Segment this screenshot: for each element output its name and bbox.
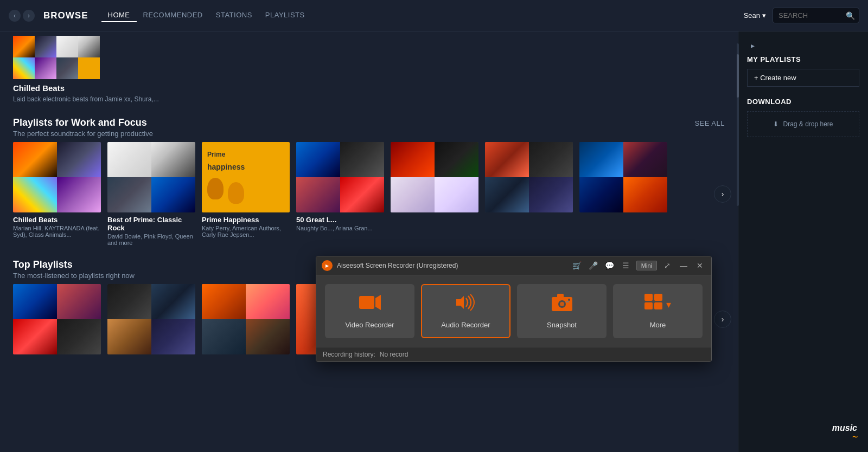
recorder-more-button[interactable]: ▾ More: [613, 284, 703, 338]
svg-rect-12: [654, 302, 662, 309]
svg-rect-9: [644, 294, 653, 301]
recorder-mini-button[interactable]: Mini: [636, 261, 657, 270]
recorder-video-button[interactable]: Video Recorder: [325, 284, 414, 338]
cover-cell-6: [78, 36, 100, 57]
work-playlist-card-1[interactable]: Chilled Beats Marian Hill, KAYTRANADA (f…: [13, 142, 101, 238]
work-cover-6: [485, 142, 573, 212]
cover-cell-1: [13, 36, 35, 57]
cover-cell-4: [35, 57, 56, 79]
cover-cell-2: [35, 36, 56, 57]
recorder-audio-button[interactable]: Audio Recorder: [421, 284, 510, 338]
more-label: More: [650, 321, 666, 329]
scrollbar-thumb[interactable]: [737, 54, 739, 98]
download-title: Download: [747, 98, 859, 106]
work-playlist-card-2[interactable]: Best of Prime: Classic Rock David Bowie,…: [107, 142, 195, 246]
nav-link-stations[interactable]: STATIONS: [209, 9, 259, 22]
svg-marker-1: [375, 295, 381, 310]
amazon-smile-icon: 〜: [832, 434, 857, 441]
work-row-next-button[interactable]: ›: [714, 185, 731, 203]
featured-album-cover: [13, 36, 56, 79]
user-menu-button[interactable]: Sean ▾: [744, 11, 766, 20]
work-card-artists-4: Naughty Bo..., Ariana Gran...: [296, 225, 384, 231]
download-icon: ⬇: [773, 120, 778, 128]
audio-recorder-icon: [454, 294, 478, 315]
recorder-menu-icon[interactable]: ☰: [620, 260, 632, 272]
video-recorder-icon: [359, 294, 381, 315]
recorder-chat-icon[interactable]: 💬: [604, 260, 616, 272]
recorder-snapshot-button[interactable]: Snapshot: [517, 284, 607, 338]
svg-rect-0: [359, 296, 374, 309]
top-navigation: ‹ › BROWSE HOME RECOMMENDED STATIONS PLA…: [0, 0, 868, 31]
nav-back-button[interactable]: ‹: [9, 10, 21, 22]
cover-cell-8: [78, 57, 100, 79]
cover-cell-7: [56, 57, 78, 79]
search-icon[interactable]: 🔍: [846, 11, 855, 20]
cover-cell-5: [56, 36, 78, 57]
work-playlist-card-5[interactable]: [391, 142, 478, 216]
recorder-content: Video Recorder Audio Recorder: [316, 275, 711, 347]
recorder-expand-icon[interactable]: ⤢: [661, 260, 673, 272]
svg-rect-6: [557, 294, 564, 298]
top-playlist-card-3[interactable]: [202, 284, 290, 354]
top-section-title: Top Playlists: [13, 259, 135, 270]
more-grid-icon: [644, 294, 664, 315]
recorder-cart-icon[interactable]: 🛒: [571, 260, 583, 272]
snapshot-label: Snapshot: [547, 321, 577, 329]
nav-arrows: ‹ ›: [9, 10, 35, 22]
recorder-mic-icon[interactable]: 🎤: [588, 260, 599, 272]
download-section: Download ⬇ Drag & drop here: [747, 98, 859, 137]
top-playlist-card-1[interactable]: [13, 284, 101, 354]
top-section-subtitle: The most-listened to playlists right now: [13, 272, 135, 280]
right-sidebar: ▸ My Playlists + Create new Download ⬇ D…: [738, 31, 868, 452]
main-layout: Chilled Beats Laid back electronic beats…: [0, 31, 868, 452]
user-name: Sean: [744, 11, 760, 20]
work-see-all-button[interactable]: SEE ALL: [694, 119, 725, 127]
work-playlist-card-4[interactable]: 50 Great L... Naughty Bo..., Ariana Gran…: [296, 142, 384, 231]
cover-cell-3: [13, 57, 35, 79]
work-card-title-2: Best of Prime: Classic Rock: [107, 216, 195, 232]
featured-title: Chilled Beats: [13, 83, 725, 93]
amazon-text: music: [832, 423, 857, 432]
content-area: Chilled Beats Laid back electronic beats…: [0, 31, 738, 452]
work-cover-3: Prime happiness: [202, 142, 290, 212]
work-card-title-1: Chilled Beats: [13, 216, 101, 224]
nav-link-home[interactable]: HOME: [101, 9, 137, 22]
work-card-artists-1: Marian Hill, KAYTRANADA (feat. Syd), Gla…: [13, 225, 101, 238]
no-record-text: No record: [380, 351, 409, 358]
snapshot-icon: [552, 294, 572, 315]
user-caret-icon: ▾: [762, 11, 766, 20]
my-playlists-title: My Playlists: [747, 55, 859, 63]
work-section-subtitle: The perfect soundtrack for getting produ…: [13, 130, 153, 138]
nav-forward-button[interactable]: ›: [23, 10, 35, 22]
recorder-titlebar-icons: 🛒 🎤 💬 ☰ Mini ⤢ — ✕: [571, 260, 706, 272]
svg-rect-11: [644, 302, 653, 309]
top-playlist-card-2[interactable]: [107, 284, 195, 354]
work-playlist-card-6[interactable]: [485, 142, 573, 216]
nav-link-recommended[interactable]: RECOMMENDED: [137, 9, 209, 22]
sidebar-collapse-button[interactable]: ▸: [747, 40, 758, 51]
work-section-title: Playlists for Work and Focus: [13, 117, 153, 128]
work-card-artists-2: David Bowie, Pink Floyd, Queen and more: [107, 233, 195, 246]
top-row-next-button[interactable]: ›: [714, 311, 731, 328]
top-cover-1: [13, 284, 101, 354]
content-scrollbar[interactable]: [737, 43, 739, 206]
drag-drop-area[interactable]: ⬇ Drag & drop here: [747, 111, 859, 137]
work-playlist-card-3[interactable]: Prime happiness Prime Happiness Katy Per…: [202, 142, 290, 238]
work-cover-7: [579, 142, 667, 212]
work-playlist-row: Chilled Beats Marian Hill, KAYTRANADA (f…: [13, 142, 725, 246]
recorder-minimize-icon[interactable]: —: [678, 260, 690, 272]
work-section-left: Playlists for Work and Focus The perfect…: [13, 117, 153, 138]
nav-links: HOME RECOMMENDED STATIONS PLAYLISTS: [101, 9, 311, 22]
work-card-title-3: Prime Happiness: [202, 216, 290, 224]
create-new-playlist-button[interactable]: + Create new: [747, 69, 859, 87]
work-card-title-4: 50 Great L...: [296, 216, 384, 224]
work-playlists-section: Playlists for Work and Focus The perfect…: [13, 117, 725, 246]
recorder-titlebar: ▶ Aiseesoft Screen Recorder (Unregistere…: [316, 256, 711, 275]
recorder-close-icon[interactable]: ✕: [694, 260, 706, 272]
nav-link-playlists[interactable]: PLAYLISTS: [259, 9, 311, 22]
work-playlist-card-7[interactable]: [579, 142, 667, 216]
recorder-footer: Recording history: No record: [316, 347, 711, 361]
app-title: BROWSE: [43, 10, 88, 21]
recorder-overlay: ▶ Aiseesoft Screen Recorder (Unregistere…: [316, 256, 712, 362]
work-cover-4: [296, 142, 384, 212]
